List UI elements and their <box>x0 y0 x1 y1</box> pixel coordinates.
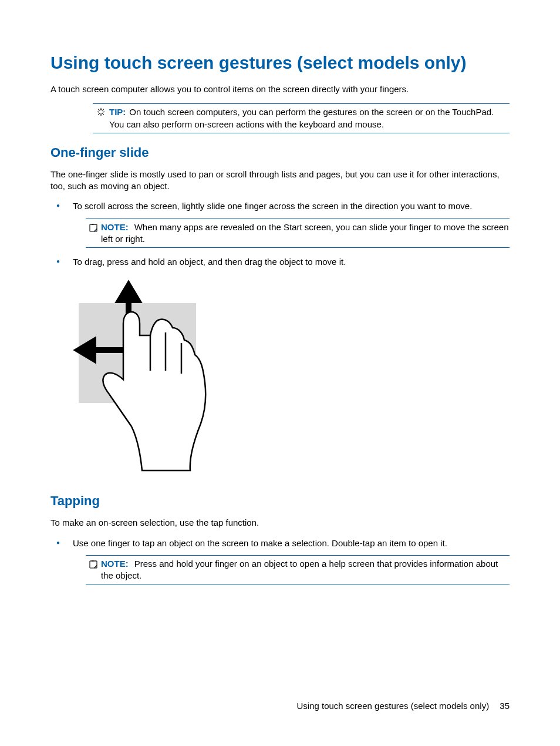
section-heading-tapping: Tapping <box>50 493 510 509</box>
tapping-intro: To make an on-screen selection, use the … <box>50 517 510 529</box>
note-callout: NOTE:When many apps are revealed on the … <box>86 219 510 248</box>
one-finger-list: To scroll across the screen, lightly sli… <box>50 200 510 268</box>
tip-label: TIP: <box>109 107 126 117</box>
one-finger-intro: The one-finger slide is mostly used to p… <box>50 169 510 193</box>
note-label: NOTE: <box>101 222 129 232</box>
page-title: Using touch screen gestures (select mode… <box>50 53 510 73</box>
tip-text: On touch screen computers, you can perfo… <box>109 107 494 129</box>
footer-text: Using touch screen gestures (select mode… <box>296 701 489 711</box>
svg-rect-9 <box>90 224 97 231</box>
svg-rect-17 <box>90 561 97 568</box>
note-icon <box>88 223 99 233</box>
section-heading-one-finger: One-finger slide <box>50 145 510 160</box>
bullet-text: Use one finger to tap an object on the s… <box>73 538 447 548</box>
bullet-text: To drag, press and hold an object, and t… <box>73 257 346 267</box>
page-number: 35 <box>500 701 510 711</box>
lightbulb-icon <box>96 107 106 118</box>
list-item: To scroll across the screen, lightly sli… <box>50 200 510 248</box>
note-callout: NOTE:Press and hold your finger on an ob… <box>86 555 510 585</box>
svg-point-0 <box>99 110 103 115</box>
gesture-figure <box>73 280 510 476</box>
page-footer: Using touch screen gestures (select mode… <box>296 701 510 711</box>
bullet-text: To scroll across the screen, lightly sli… <box>73 201 472 211</box>
svg-line-7 <box>98 115 99 115</box>
svg-line-5 <box>98 109 99 110</box>
svg-marker-12 <box>120 285 137 300</box>
note-icon <box>88 559 99 570</box>
list-item: Use one finger to tap an object on the s… <box>50 537 510 585</box>
tip-callout: TIP:On touch screen computers, you can p… <box>93 103 510 133</box>
svg-line-6 <box>103 109 104 110</box>
note-text: Press and hold your finger on an object … <box>101 559 498 580</box>
note-text: When many apps are revealed on the Start… <box>101 222 509 244</box>
list-item: To drag, press and hold an object, and t… <box>50 256 510 268</box>
tapping-list: Use one finger to tap an object on the s… <box>50 537 510 585</box>
intro-paragraph: A touch screen computer allows you to co… <box>50 83 510 95</box>
svg-line-8 <box>103 115 104 115</box>
note-label: NOTE: <box>101 559 129 569</box>
